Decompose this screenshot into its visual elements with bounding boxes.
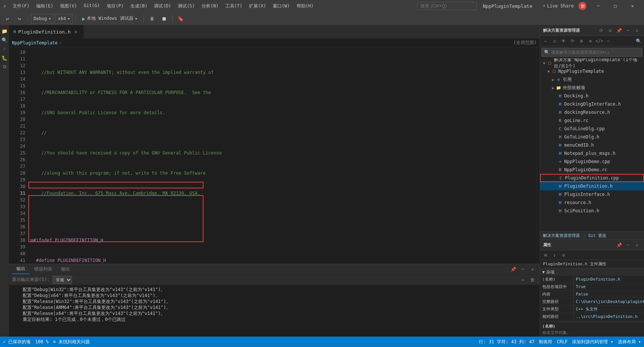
menu-help[interactable]: 帮助(H) [294,1,317,11]
tree-item-gotolinedlg-h[interactable]: ▶ H GoToLineDlg.h [540,133,644,141]
toolbar-btn-bookmark[interactable]: 🔖 [176,13,186,24]
toolbar-btn-redo[interactable]: ↪ [14,13,25,24]
prop-btn-sort[interactable]: ↕ [550,251,559,259]
menu-build[interactable]: 生成(B) [127,1,151,11]
tree-item-menucmd-h[interactable]: ▶ H menuCmdID.h [540,141,644,149]
prop-collapse-btn[interactable]: ─ [624,241,632,249]
minimap[interactable] [537,47,540,264]
se-filter-btn[interactable]: ⊟ [606,26,614,35]
tree-item-ref[interactable]: ▶ ⊙ 引用 [540,75,644,84]
menu-view[interactable]: 视图(V) [57,1,80,11]
close-button[interactable]: ✕ [624,0,641,12]
sidebar-icon-debug[interactable]: 🐛 [0,54,9,62]
expand-solution[interactable]: ▼ [542,60,547,66]
se-btn-collapse-all[interactable]: ⊞ [577,37,585,45]
status-save[interactable]: ✓ 已保存的项 [3,339,31,345]
se-btn-props[interactable]: ⚙ [586,37,594,45]
status-select-layout[interactable]: 选择布局 ▾ [618,339,641,345]
prop-btn-grid[interactable]: ⊞ [542,251,550,259]
menu-edit[interactable]: 编辑(E) [33,1,56,11]
sidebar-icon-explorer[interactable]: 📁 [0,27,9,35]
prop-close-btn[interactable]: ✕ [633,241,641,249]
output-tab-output2[interactable]: 输出 [57,265,75,274]
prop-btn-settings[interactable]: ⚙ [559,251,568,259]
tree-solution[interactable]: ▼ ⬡ 解决方案'NppPluginTemplate'(1个项目/共1个) [540,59,644,67]
se-search-icon[interactable]: 🔍 [634,37,643,45]
tree-item-nppdemo-rc[interactable]: ▶ R NppPluginDemo.rc [540,166,644,174]
menu-extensions[interactable]: 扩展(X) [246,1,269,11]
toolbar-btn-undo[interactable]: ↩ [2,13,13,24]
se-footer-right[interactable]: Git 更改 [588,233,607,238]
tab-close-button[interactable]: ✕ [73,29,79,35]
menu-debug[interactable]: 调试(D) [151,1,174,11]
output-wrap-btn[interactable]: ⇔ [519,276,527,284]
se-pin-btn[interactable]: 📌 [615,26,623,35]
tree-item-docking-h[interactable]: ▶ H Docking.h [540,92,644,100]
status-encoding[interactable]: 制表符 [539,339,552,345]
se-btn-refresh[interactable]: ⟳ [568,37,577,45]
tree-item-notepadmsgs-h[interactable]: ▶ H Notepad_plus_msgs.h [540,149,644,157]
code-editor[interactable]: 10 11 12 13 14 15 16 17 18 19 20 21 22 2… [9,47,540,264]
status-rowcol[interactable]: 行: 31 字符: 43 列: 47 [479,339,534,345]
se-btn-home[interactable]: ⌂ [550,37,559,45]
se-sync-btn[interactable]: ⟳ [597,26,605,35]
tree-item-nppdemo-cpp[interactable]: ▶ + NppPluginDemo.cpp [540,157,644,166]
status-no-issues[interactable]: ⊙ 未找到相关问题 [53,339,90,345]
run-button[interactable]: ▶ 本地 Windows 调试器 ▾ [79,14,141,24]
minimize-button[interactable]: ─ [590,0,607,12]
liveshare-button[interactable]: ⚡ Live Share [539,3,578,9]
tree-item-dockingdlg-h[interactable]: ▶ H DockingDlgInterface.h [540,100,644,108]
code-content[interactable]: //but WITHOUT ANY WARRANTY; without even… [28,47,537,264]
code-line: #define PLUGINDEFINITION_H [28,257,537,264]
menu-file[interactable]: 文件(F) [10,1,33,11]
menu-test[interactable]: 测试(S) [175,1,198,11]
sidebar-icon-git[interactable]: ⑂ [0,45,9,53]
sidebar-icon-extensions[interactable]: ⧉ [0,63,9,71]
output-clear-btn[interactable]: 🗑 [528,276,537,284]
tree-item-extdep[interactable]: ▶ 📁 外部依赖项 [540,84,644,92]
menu-window[interactable]: 窗口(W) [270,1,293,11]
platform-dropdown[interactable]: x64 ▾ [55,14,73,24]
tree-item-plugindef-cpp[interactable]: ▶ C PluginDefinition.cpp [540,174,644,182]
sidebar-icon-search[interactable]: 🔍 [0,36,9,44]
expand-project[interactable]: ▼ [546,69,551,74]
status-zoom[interactable]: 100 % [35,339,48,344]
tree-item-dockingres-h[interactable]: ▶ H dockingResource.h [540,108,644,116]
se-search-box[interactable]: 🔍 [542,48,643,57]
tree-item-gotolinedlg-cpp[interactable]: ▶ C GoToLineDlg.cpp [540,125,644,133]
menu-git[interactable]: Git(G) [81,1,103,11]
toolbar-btn-more[interactable]: ⏸ [147,13,157,24]
output-collapse-btn[interactable]: ─ [519,265,527,273]
tree-item-resource-h[interactable]: ▶ H resource.h [540,198,644,207]
se-btn-back[interactable]: ← [542,37,550,45]
tree-item-plugininterface-h[interactable]: ▶ H PluginInterface.h [540,190,644,198]
se-btn-more[interactable]: ⋯ [604,37,612,45]
editor-tab-plugindefinition[interactable]: H PluginDefinition.h ✕ [9,25,84,38]
tree-item-sciposition-h[interactable]: ▶ H SciPosition.h [540,207,644,215]
se-footer-left[interactable]: 解决方案资源管理器 [543,233,580,238]
menu-tools[interactable]: 工具(T) [222,1,246,11]
menu-project[interactable]: 项目(P) [104,1,127,11]
debug-config-dropdown[interactable]: Debug ▾ [31,14,54,24]
tree-item-goline-rc[interactable]: ▶ R goLine.rc [540,116,644,125]
output-pin-btn[interactable]: 📌 [509,265,517,273]
prop-section-header[interactable]: ▼ 杂项 [540,268,644,276]
global-search-input[interactable] [417,2,477,10]
prop-pin-btn[interactable]: 📌 [615,241,623,249]
menu-analyze[interactable]: 分析(N) [199,1,222,11]
output-source-select[interactable]: 常规 [53,276,72,284]
status-add-source-control[interactable]: 添加到源代码管理 ▾ [572,339,613,345]
maximize-button[interactable]: □ [607,0,624,12]
status-line-ending[interactable]: CRLF [557,339,568,345]
se-collapse-btn[interactable]: ─ [624,26,632,35]
se-close-btn[interactable]: ✕ [633,26,641,35]
breadcrumb-project[interactable]: NppPluginTemplate [12,40,58,46]
se-btn-show-all[interactable]: 👁 [559,37,568,45]
output-tab-errors[interactable]: 错误列表 [30,265,57,274]
se-btn-code[interactable]: </> [595,37,603,45]
output-close-btn[interactable]: ✕ [528,265,537,273]
output-tab-output[interactable]: 输出 [12,264,30,274]
tree-item-plugindef-h[interactable]: ▶ H PluginDefinition.h [540,182,644,190]
se-search-input[interactable] [551,50,640,54]
toolbar-btn-stop[interactable]: ⏹ [159,13,169,24]
